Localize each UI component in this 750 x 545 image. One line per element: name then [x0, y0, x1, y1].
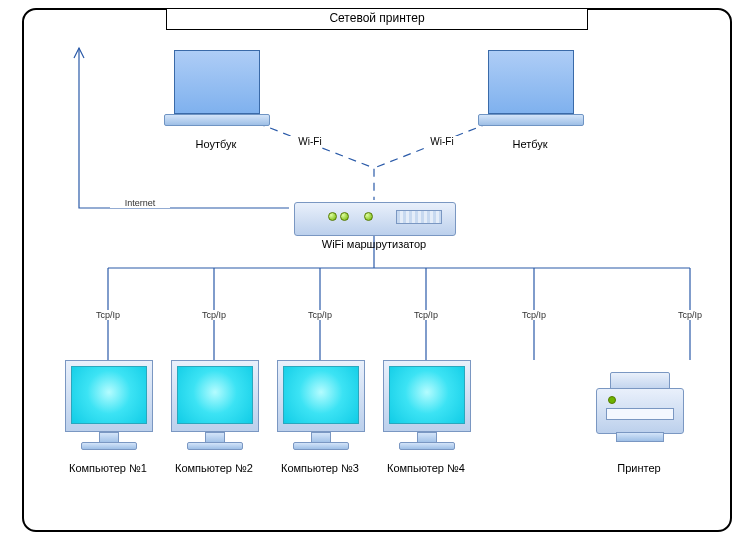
link-wifi-label-left: Wi-Fi: [280, 136, 340, 147]
diagram-title: Сетевой принтер: [166, 8, 588, 30]
router-label: WiFi маршрутизатор: [294, 238, 454, 250]
laptop-icon: [164, 50, 268, 134]
link-tcpip-label-2: Tcp/Ip: [192, 310, 236, 320]
connection-lines: [24, 10, 730, 530]
printer-label: Принтер: [584, 462, 694, 474]
laptop-label: Ноутбук: [164, 138, 268, 150]
pc3-label: Компьютер №3: [270, 462, 370, 474]
link-tcpip-label-5: Tcp/Ip: [512, 310, 556, 320]
link-tcpip-label-4: Tcp/Ip: [404, 310, 448, 320]
pc2-label: Компьютер №2: [164, 462, 264, 474]
pc4-label: Компьютер №4: [376, 462, 476, 474]
pc3-icon: [275, 360, 365, 450]
pc1-label: Компьютер №1: [58, 462, 158, 474]
netbook-icon: [478, 50, 582, 134]
printer-icon: [594, 370, 684, 450]
netbook-label: Нетбук: [478, 138, 582, 150]
diagram-frame: Сетевой принтер Ноутбук Нетбук Wi-Fi Wi-…: [22, 8, 732, 532]
link-tcpip-label-3: Tcp/Ip: [298, 310, 342, 320]
router-icon: [294, 198, 454, 238]
link-tcpip-label-6: Tcp/Ip: [668, 310, 712, 320]
link-internet-label: Internet: [110, 198, 170, 208]
pc4-icon: [381, 360, 471, 450]
pc2-icon: [169, 360, 259, 450]
pc1-icon: [63, 360, 153, 450]
link-wifi-label-right: Wi-Fi: [412, 136, 472, 147]
link-tcpip-label-1: Tcp/Ip: [86, 310, 130, 320]
